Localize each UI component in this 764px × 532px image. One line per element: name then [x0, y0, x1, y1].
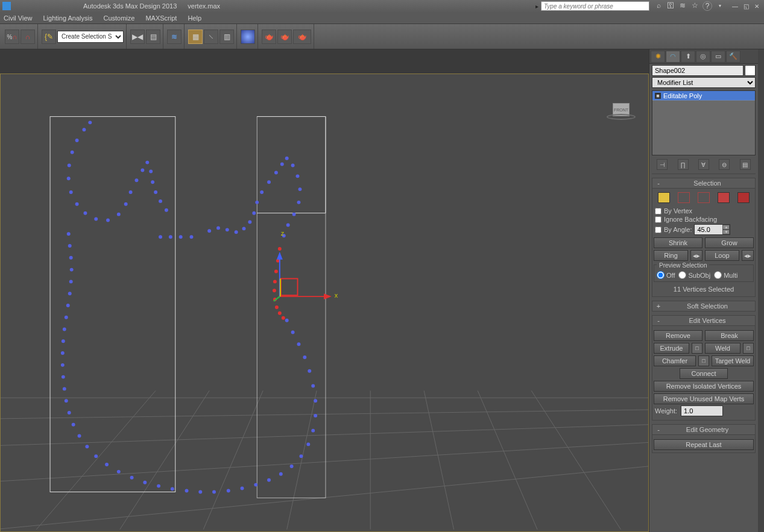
object-color-swatch[interactable] [745, 65, 756, 76]
signal-icon[interactable]: ≋ [678, 1, 687, 10]
modifier-list-dropdown[interactable]: Modifier List [652, 77, 756, 88]
extrude-settings-button[interactable]: □ [692, 343, 702, 354]
minimize-button[interactable]: — [730, 2, 740, 10]
menu-help[interactable]: Help [188, 14, 201, 22]
loop-spinner[interactable]: ◂▸ [742, 250, 754, 261]
binoculars-icon[interactable]: ⌕ [654, 1, 663, 10]
view-cube[interactable]: FRONT [606, 98, 636, 128]
svg-point-67 [314, 399, 317, 402]
remove-button[interactable]: Remove [654, 330, 702, 341]
subobj-vertex-button[interactable] [658, 192, 670, 203]
rollout-selection-body: By Vertex Ignore Backfacing By Angle: ▲▼… [652, 189, 756, 297]
tab-display[interactable]: ▭ [711, 51, 725, 63]
svg-point-103 [70, 268, 74, 272]
view-cube-face[interactable]: FRONT [613, 103, 630, 116]
tab-modify[interactable]: ◠ [666, 51, 680, 63]
render-button[interactable]: 🫖 [293, 30, 311, 44]
render-setup-button[interactable]: 🫖 [262, 30, 276, 44]
weld-settings-button[interactable]: □ [743, 343, 754, 354]
named-selection-dropdown[interactable]: Create Selection Se [57, 31, 124, 43]
stack-item-editable-poly[interactable]: ■ Editable Poly [652, 91, 755, 101]
extrude-button[interactable]: Extrude [654, 343, 689, 354]
remove-unused-button[interactable]: Remove Unused Map Verts [654, 393, 754, 404]
subobj-element-button[interactable] [737, 192, 750, 203]
svg-line-12 [531, 390, 620, 529]
repeat-last-button[interactable]: Repeat Last [654, 439, 754, 450]
render-frame-button[interactable]: 🫖 [277, 30, 292, 44]
by-angle-spinner[interactable] [695, 227, 722, 233]
angle-snap-button[interactable]: ∩ [21, 30, 35, 44]
graphite-ribbon-button[interactable]: ▦ [188, 30, 203, 44]
menu-lighting-analysis[interactable]: Lighting Analysis [43, 14, 92, 22]
by-angle-checkbox[interactable] [655, 227, 661, 233]
ring-spinner[interactable]: ◂▸ [690, 250, 702, 261]
named-sel-edit-button[interactable]: {✎ [42, 30, 56, 44]
schematic-view-button[interactable]: ▥ [219, 30, 234, 44]
layers-button[interactable]: ≋ [167, 30, 182, 44]
rollout-soft-selection-header[interactable]: + Soft Selection [652, 301, 756, 311]
mirror-button[interactable]: ▶◀ [130, 30, 145, 44]
grow-button[interactable]: Grow [705, 237, 754, 248]
remove-isolated-button[interactable]: Remove Isolated Vertices [654, 381, 754, 392]
weight-spinner[interactable] [681, 407, 758, 415]
loop-button[interactable]: Loop [705, 250, 739, 261]
help-icon[interactable]: ? [702, 1, 712, 11]
rollout-edit-vertices-header[interactable]: - Edit Vertices [652, 315, 756, 326]
rollout-selection-header[interactable]: - Selection [652, 178, 756, 189]
star-icon[interactable]: ☆ [690, 1, 699, 10]
svg-line-7 [203, 390, 263, 529]
svg-point-38 [169, 235, 172, 239]
target-weld-button[interactable]: Target Weld [712, 355, 754, 366]
shrink-button[interactable]: Shrink [654, 237, 702, 248]
object-name-input[interactable] [652, 65, 743, 76]
svg-point-72 [290, 465, 294, 468]
weld-button[interactable]: Weld [705, 343, 740, 354]
modifier-stack[interactable]: ■ Editable Poly [652, 90, 756, 155]
percent-snap-button[interactable]: %∩ [5, 30, 19, 44]
menu-civil-view[interactable]: Civil View [4, 14, 32, 22]
svg-line-8 [287, 390, 317, 529]
subobj-edge-button[interactable] [678, 192, 690, 203]
tab-motion[interactable]: ◎ [696, 51, 710, 63]
remove-modifier-button[interactable]: ⊖ [719, 159, 730, 170]
tab-utilities[interactable]: 🔨 [726, 51, 740, 63]
align-button[interactable]: ▤ [146, 30, 160, 44]
svg-point-78 [212, 490, 216, 494]
preview-multi-radio[interactable] [714, 271, 722, 279]
viewport[interactable]: z x FRONT [0, 74, 649, 532]
spinner-down-icon[interactable]: ▼ [722, 230, 730, 234]
chamfer-settings-button[interactable]: □ [698, 355, 709, 366]
pin-stack-button[interactable]: ⊣ [657, 159, 668, 170]
preview-subobj-radio[interactable] [678, 271, 686, 279]
rollout-edit-geometry-header[interactable]: - Edit Geometry [652, 424, 756, 435]
key-icon[interactable]: ⚿ [666, 1, 675, 10]
spinner-up-icon[interactable]: ▲ [722, 225, 730, 230]
connect-button[interactable]: Connect [680, 368, 728, 379]
help-dropdown-icon[interactable]: ▼ [716, 1, 724, 10]
panel-scrollbar[interactable] [758, 49, 764, 532]
search-input[interactable] [541, 1, 649, 11]
show-end-result-button[interactable]: ∏ [678, 159, 689, 170]
curve-editor-button[interactable]: ⟍ [204, 30, 218, 44]
close-button[interactable]: ✕ [752, 2, 762, 10]
configure-sets-button[interactable]: ▤ [740, 159, 751, 170]
expand-icon[interactable]: ■ [655, 93, 661, 99]
restore-button[interactable]: ◱ [741, 2, 751, 10]
menu-maxscript[interactable]: MAXScript [145, 14, 177, 22]
subobj-border-button[interactable] [698, 192, 710, 203]
display-icon: ▭ [715, 52, 721, 60]
tab-create[interactable]: ✺ [651, 51, 665, 63]
by-vertex-checkbox[interactable] [655, 208, 661, 214]
ignore-backfacing-checkbox[interactable] [655, 216, 661, 223]
svg-point-35 [159, 199, 162, 203]
preview-off-radio[interactable] [657, 271, 665, 279]
menu-customize[interactable]: Customize [103, 14, 134, 22]
title-bar: Autodesk 3ds Max Design 2013 vertex.max … [0, 0, 764, 12]
ring-button[interactable]: Ring [654, 250, 688, 261]
tab-hierarchy[interactable]: ⬆ [681, 51, 695, 63]
chamfer-button[interactable]: Chamfer [654, 355, 696, 366]
material-editor-button[interactable] [241, 30, 255, 44]
make-unique-button[interactable]: ∀ [698, 159, 709, 170]
subobj-polygon-button[interactable] [718, 192, 730, 203]
break-button[interactable]: Break [705, 330, 754, 341]
